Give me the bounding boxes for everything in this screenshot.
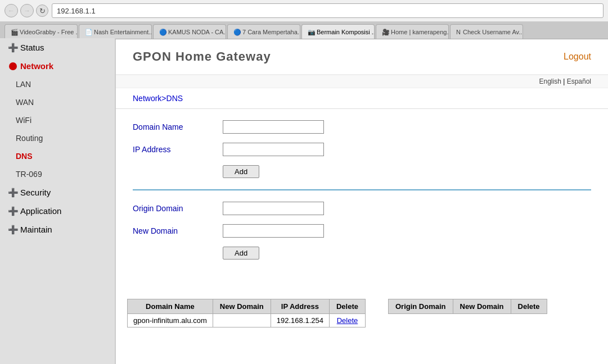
browser-tabs: 🎬 VideoGrabby - Free ... 📄 Nash Entertai… (0, 22, 608, 39)
tab-5[interactable]: 🎥 Home | kamerapeng... (376, 24, 449, 39)
tab-0[interactable]: 🎬 VideoGrabby - Free ... (4, 24, 78, 39)
tab-2[interactable]: 🔵 KAMUS NODA - CA... (153, 24, 226, 39)
sidebar-item-routing[interactable]: Routing (0, 129, 115, 147)
tab-4[interactable]: 📷 Bermain Komposisi ... (301, 24, 375, 39)
router-title: GPON Home Gateway (133, 49, 271, 64)
form-row-ip-address: IP Address (133, 143, 591, 156)
tab-1[interactable]: 📄 Nash Entertainment... (79, 24, 152, 39)
tab-label-0: VideoGrabby - Free ... (20, 29, 78, 35)
tab-label-4: Bermain Komposisi ... (317, 29, 375, 35)
add-button-2[interactable]: Add (223, 247, 259, 260)
form-row-origin-domain: Origin Domain (133, 202, 591, 215)
tab-3[interactable]: 🔵 7 Cara Mempertaha... (227, 24, 300, 39)
address-bar[interactable]: 192.168.1.1 (52, 3, 604, 18)
lang-separator: | (563, 78, 565, 85)
sidebar-label-tr069: TR-069 (16, 170, 42, 179)
sidebar-label-routing: Routing (16, 134, 43, 143)
dns-table-2: Origin Domain New Domain Delete (388, 299, 547, 327)
sidebar-label-status: Status (20, 43, 44, 52)
expand-icon-status: ➕ (9, 44, 17, 52)
sidebar-label-security: Security (20, 188, 51, 197)
origin-domain-label: Origin Domain (133, 204, 223, 213)
router-container: GPON Home Gateway Logout English | Españ… (115, 39, 608, 364)
origin-domain-input[interactable] (223, 202, 324, 215)
add-button-1[interactable]: Add (223, 165, 259, 178)
content-area: Domain Name IP Address Add Origin Domain… (116, 109, 608, 282)
tab-icon-2: 🔵 (159, 29, 166, 35)
table1-delete-link[interactable]: Delete (337, 316, 358, 325)
sidebar-label-application: Application (20, 206, 61, 216)
table1-header-ip-address: IP Address (271, 299, 329, 314)
sidebar-label-wifi: WiFi (16, 116, 31, 125)
tab-icon-0: 🎬 (11, 29, 17, 35)
tab-icon-4: 📷 (308, 29, 314, 35)
sidebar-item-dns[interactable]: DNS (0, 147, 115, 165)
sidebar-label-lan: LAN (16, 80, 31, 89)
tab-label-1: Nash Entertainment... (94, 29, 152, 35)
expand-icon-application: ➕ (9, 207, 17, 215)
sidebar: ➕ Status Network LAN WAN WiFi Routing DN… (0, 38, 115, 364)
section-divider (133, 189, 591, 190)
tab-label-5: Home | kamerapeng... (391, 29, 449, 35)
table1-header-delete: Delete (329, 299, 365, 314)
sidebar-item-wan[interactable]: WAN (0, 93, 115, 111)
domain-name-label: Domain Name (133, 122, 223, 131)
refresh-button[interactable]: ↻ (36, 4, 48, 17)
sidebar-label-network: Network (20, 61, 53, 71)
lang-english[interactable]: English (539, 78, 561, 85)
sidebar-item-application[interactable]: ➕ Application (0, 202, 115, 220)
domain-name-input[interactable] (223, 120, 324, 134)
breadcrumb: Network>DNS (116, 88, 608, 109)
table1-cell-new-domain (213, 314, 271, 327)
sidebar-item-security[interactable]: ➕ Security (0, 183, 115, 202)
tab-icon-5: 🎥 (382, 29, 389, 35)
sidebar-label-maintain: Maintain (20, 225, 52, 234)
expand-icon-maintain: ➕ (9, 226, 17, 234)
tab-icon-1: 📄 (85, 29, 92, 35)
router-header: GPON Home Gateway Logout (116, 39, 608, 75)
dns-table-1: Domain Name New Domain IP Address Delete… (127, 299, 366, 327)
tab-6[interactable]: N Check Username Av... (450, 24, 523, 39)
table2-header-origin-domain: Origin Domain (388, 299, 453, 314)
table-row: gpon-infinitum.alu.com 192.168.1.254 Del… (128, 314, 366, 327)
form-section-2: Origin Domain New Domain Add (133, 202, 591, 260)
tab-icon-3: 🔵 (233, 29, 240, 35)
table1-header-domain-name: Domain Name (128, 299, 213, 314)
tab-label-2: KAMUS NODA - CA... (168, 29, 226, 35)
back-button[interactable]: ← (4, 4, 18, 17)
sidebar-item-status[interactable]: ➕ Status (0, 38, 115, 57)
new-domain-label: New Domain (133, 226, 223, 235)
table2-header-delete: Delete (511, 299, 547, 314)
sidebar-item-lan[interactable]: LAN (0, 75, 115, 93)
expand-icon-security: ➕ (9, 189, 17, 197)
tab-icon-6: N (456, 29, 461, 35)
table1-cell-ip-address: 192.168.1.254 (271, 314, 329, 327)
address-text: 192.168.1.1 (57, 7, 96, 15)
sidebar-label-dns: DNS (16, 152, 33, 161)
sidebar-item-wifi[interactable]: WiFi (0, 111, 115, 129)
ip-address-label: IP Address (133, 145, 223, 154)
form-row-domain-name: Domain Name (133, 120, 591, 134)
browser-chrome: ← → ↻ 192.168.1.1 🎬 VideoGrabby - Free .… (0, 0, 608, 39)
sidebar-label-wan: WAN (16, 98, 34, 107)
table1-cell-domain-name: gpon-infinitum.alu.com (128, 314, 213, 327)
table2-header-new-domain: New Domain (453, 299, 511, 314)
tab-label-6: Check Username Av... (463, 29, 523, 35)
new-domain-input[interactable] (223, 224, 324, 238)
tables-area: Domain Name New Domain IP Address Delete… (116, 293, 608, 333)
sidebar-item-network[interactable]: Network (0, 57, 115, 75)
tab-label-3: 7 Cara Mempertaha... (242, 29, 300, 35)
sidebar-item-maintain[interactable]: ➕ Maintain (0, 220, 115, 239)
ip-address-input[interactable] (223, 143, 324, 156)
nav-buttons: ← → ↻ (4, 4, 48, 17)
form-row-new-domain: New Domain (133, 224, 591, 238)
dot-icon-network (9, 62, 17, 70)
lang-espanol[interactable]: Español (567, 78, 591, 85)
logout-button[interactable]: Logout (564, 52, 591, 62)
forward-button[interactable]: → (20, 4, 34, 17)
lang-bar: English | Español (116, 75, 608, 88)
sidebar-item-tr069[interactable]: TR-069 (0, 165, 115, 183)
form-section-1: Domain Name IP Address Add (133, 120, 591, 178)
browser-toolbar: ← → ↻ 192.168.1.1 (0, 0, 608, 22)
table1-header-new-domain: New Domain (213, 299, 271, 314)
